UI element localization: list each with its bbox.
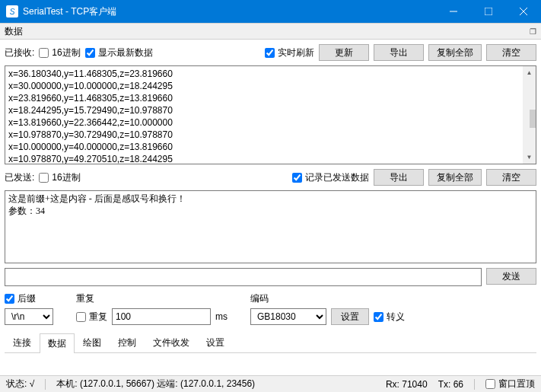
scroll-thumb[interactable]	[530, 110, 537, 128]
repeat-label: 重复	[76, 292, 228, 305]
recv-realtime-checkbox[interactable]: 实时刷新	[265, 46, 314, 59]
ontop-checkbox[interactable]: 窗口置顶	[485, 378, 535, 390]
send-input-row: 发送	[5, 268, 536, 286]
recv-export-button[interactable]: 导出	[374, 44, 424, 61]
status-tx: Tx: 66	[438, 379, 463, 390]
recv-label: 已接收:	[5, 46, 34, 59]
panel-title: 数据	[5, 25, 23, 38]
recv-textarea[interactable]: x=36.180340,y=11.468305,z=23.819660 x=30…	[5, 65, 536, 164]
close-button[interactable]	[506, 0, 541, 23]
tab-1[interactable]: 数据	[40, 333, 75, 353]
tab-3[interactable]: 控制	[110, 333, 145, 352]
send-copyall-button[interactable]: 复制全部	[428, 169, 482, 186]
status-rx: Rx: 71040	[386, 379, 428, 390]
encoding-select[interactable]: GB18030	[250, 308, 326, 325]
update-button[interactable]: 更新	[319, 44, 369, 61]
send-input[interactable]	[5, 268, 482, 286]
detach-icon[interactable]: ❐	[530, 27, 536, 36]
send-label: 已发送:	[5, 171, 34, 184]
escape-checkbox[interactable]: 转义	[374, 311, 405, 323]
repeat-unit: ms	[215, 311, 228, 322]
maximize-button[interactable]	[471, 0, 506, 23]
send-hex-checkbox[interactable]: 16进制	[39, 171, 80, 184]
send-export-button[interactable]: 导出	[374, 169, 424, 186]
titlebar: S SerialTest - TCP客户端	[0, 0, 541, 23]
recv-hex-checkbox[interactable]: 16进制	[39, 46, 80, 59]
sent-textarea[interactable]: 这是前缀+这是内容 - 后面是感叹号和换行！ 参数：34	[5, 190, 536, 263]
log-sent-checkbox[interactable]: 记录已发送数据	[292, 171, 369, 184]
recv-showlatest-checkbox[interactable]: 显示最新数据	[85, 46, 153, 59]
window-title: SerialTest - TCP客户端	[23, 5, 436, 18]
recv-copyall-button[interactable]: 复制全部	[428, 44, 482, 61]
send-toolbar: 已发送: 16进制 记录已发送数据 导出 复制全部 清空	[5, 169, 536, 186]
suffix-select[interactable]: \r\n	[5, 308, 53, 325]
recv-scrollbar[interactable]: ▲ ▼	[523, 66, 536, 164]
tab-bar: 连接数据绘图控制文件收发设置	[5, 333, 536, 353]
suffix-checkbox[interactable]: 后缀	[5, 292, 53, 305]
status-addr: 本机: (127.0.0.1, 56667) 远端: (127.0.0.1, 2…	[56, 378, 255, 390]
svg-rect-1	[485, 8, 492, 15]
tab-5[interactable]: 设置	[198, 333, 233, 352]
sent-text: 这是前缀+这是内容 - 后面是感叹号和换行！ 参数：34	[5, 191, 536, 218]
repeat-checkbox[interactable]: 重复	[76, 311, 107, 323]
repeat-interval-field[interactable]: 100	[112, 308, 211, 325]
recv-clear-button[interactable]: 清空	[486, 44, 536, 61]
status-state: 状态: √	[6, 378, 34, 390]
send-button[interactable]: 发送	[486, 268, 536, 285]
recv-text: x=36.180340,y=11.468305,z=23.819660 x=30…	[5, 66, 536, 164]
minimize-button[interactable]	[436, 0, 471, 23]
app-icon: S	[6, 5, 18, 18]
tab-4[interactable]: 文件收发	[145, 333, 198, 352]
recv-toolbar: 已接收: 16进制 显示最新数据 实时刷新 更新 导出 复制全部 清空	[5, 44, 536, 61]
send-clear-button[interactable]: 清空	[486, 169, 536, 186]
tab-2[interactable]: 绘图	[75, 333, 110, 352]
encoding-label: 编码	[250, 292, 405, 305]
options-section: 后缀 \r\n 重复 重复 100 ms 编码 GB18030 设置 转义	[5, 292, 536, 325]
scroll-down-icon[interactable]: ▼	[523, 151, 536, 164]
panel-header: 数据 ❐	[0, 23, 541, 40]
status-bar: 状态: √ 本机: (127.0.0.1, 56667) 远端: (127.0.…	[0, 375, 541, 392]
scroll-up-icon[interactable]: ▲	[523, 66, 536, 79]
content: 已接收: 16进制 显示最新数据 实时刷新 更新 导出 复制全部 清空 x=36…	[0, 40, 541, 375]
tab-0[interactable]: 连接	[5, 333, 40, 352]
encoding-set-button[interactable]: 设置	[331, 308, 369, 325]
